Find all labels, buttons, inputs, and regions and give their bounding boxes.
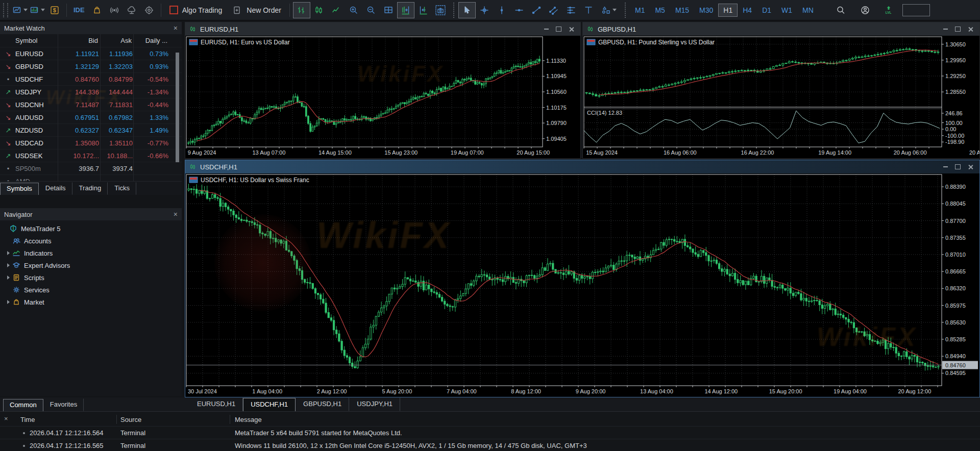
close-icon[interactable]: × bbox=[174, 210, 178, 218]
timeframe-M1[interactable]: M1 bbox=[630, 4, 650, 17]
line-chart-button[interactable] bbox=[328, 2, 345, 18]
trendline-tool-button[interactable] bbox=[528, 2, 545, 18]
chart-canvas-usdchf[interactable]: 0.883900.880450.877000.873550.870100.866… bbox=[185, 173, 979, 397]
vps-button[interactable] bbox=[123, 2, 140, 18]
indicators-button[interactable] bbox=[29, 2, 46, 18]
market-button[interactable] bbox=[88, 2, 106, 18]
crosshair-tool-button[interactable] bbox=[476, 2, 493, 18]
close-icon[interactable]: × bbox=[174, 24, 178, 32]
vertical-line-tool-button[interactable] bbox=[493, 2, 510, 18]
market-watch-row-USDCAD[interactable]: ↘USDCAD1.350801.35110-0.77% bbox=[0, 136, 182, 149]
chart-tab-usdchf-h1[interactable]: USDCHF,H1 bbox=[243, 398, 296, 411]
column-ask[interactable]: Ask bbox=[120, 34, 132, 47]
journal-row[interactable]: 2026.04.17 12:12:16.564TerminalMetaTrade… bbox=[0, 426, 980, 439]
zoom-out-button[interactable] bbox=[362, 2, 380, 18]
timeframe-MN[interactable]: MN bbox=[797, 4, 819, 17]
expand-icon[interactable] bbox=[7, 300, 10, 304]
search-button[interactable] bbox=[832, 2, 849, 18]
tab-trading[interactable]: Trading bbox=[72, 182, 108, 195]
sidebar-item-accounts[interactable]: Accounts bbox=[0, 235, 182, 247]
tile-windows-button[interactable] bbox=[380, 2, 397, 18]
toolbox-tab-favorites[interactable]: Favorites bbox=[43, 398, 84, 411]
expand-icon[interactable] bbox=[7, 275, 10, 280]
chart-window-titlebar[interactable]: USDCHF,H1 bbox=[185, 160, 979, 173]
sidebar-item-indicators[interactable]: Indicators bbox=[0, 247, 182, 259]
shapes-tool-button[interactable] bbox=[597, 2, 621, 18]
sidebar-item-scripts[interactable]: Scripts bbox=[0, 271, 182, 284]
market-watch-header-bar[interactable]: Market Watch × bbox=[0, 22, 182, 34]
timeframe-H4[interactable]: H4 bbox=[738, 4, 757, 17]
minimize-icon[interactable] bbox=[943, 166, 948, 167]
signals-button[interactable] bbox=[106, 2, 123, 18]
account-button[interactable] bbox=[856, 2, 874, 18]
tab-symbols[interactable]: Symbols bbox=[0, 183, 39, 195]
tab-details[interactable]: Details bbox=[39, 182, 72, 195]
column-time[interactable]: Time bbox=[20, 414, 35, 426]
chart-tab-gbpusd-h1[interactable]: GBPUSD,H1 bbox=[296, 397, 349, 411]
scrollbar[interactable] bbox=[176, 53, 179, 162]
zoom-in-button[interactable] bbox=[345, 2, 362, 18]
timeframe-M15[interactable]: M15 bbox=[670, 4, 694, 17]
timeframe-M5[interactable]: M5 bbox=[650, 4, 670, 17]
market-watch-row-SP500m[interactable]: •SP500m3936.73937.4 bbox=[0, 162, 182, 175]
market-watch-row-USDJPY[interactable]: ↗USDJPY144.336144.444-1.34% bbox=[0, 85, 182, 98]
timeframe-W1[interactable]: W1 bbox=[776, 4, 797, 17]
column-bid[interactable]: Bid bbox=[88, 34, 98, 47]
chart-profiles-button[interactable] bbox=[11, 2, 29, 18]
text-tool-button[interactable] bbox=[580, 2, 597, 18]
market-watch-row-USDCHF[interactable]: •USDCHF0.847600.84799-0.54% bbox=[0, 72, 182, 86]
market-watch-row-AUDUSD[interactable]: ↘AUDUSD0.679510.679821.33% bbox=[0, 111, 182, 124]
timeframe-D1[interactable]: D1 bbox=[757, 4, 776, 17]
close-icon[interactable] bbox=[968, 164, 973, 170]
horizontal-line-tool-button[interactable] bbox=[510, 2, 528, 18]
market-watch-row-USDSEK[interactable]: ↗USDSEK10.172...10.188...-0.66% bbox=[0, 149, 182, 162]
close-icon[interactable] bbox=[569, 27, 574, 32]
column-daily[interactable]: Daily ... bbox=[145, 34, 167, 47]
toolbox-tab-common[interactable]: Common bbox=[3, 399, 43, 411]
chart-canvas-eurusd[interactable]: 1.113301.109451.105601.101751.097901.094… bbox=[185, 36, 580, 158]
sidebar-item-market[interactable]: Market bbox=[0, 296, 182, 308]
expand-icon[interactable] bbox=[7, 263, 10, 267]
market-watch-row-USDCNH[interactable]: ↘USDCNH7.114877.11831-0.44% bbox=[0, 98, 182, 111]
channel-tool-button[interactable] bbox=[545, 2, 562, 18]
market-watch-row-EURUSD[interactable]: ↘EURUSD1.119211.119360.73% bbox=[0, 47, 182, 60]
maximize-icon[interactable] bbox=[955, 164, 961, 169]
journal-row[interactable]: 2026.04.17 12:12:16.565TerminalWindows 1… bbox=[0, 439, 980, 451]
level-button[interactable]: LVL bbox=[880, 2, 897, 18]
column-message[interactable]: Message bbox=[235, 414, 262, 426]
chart-tab-usdjpy-h1[interactable]: USDJPY,H1 bbox=[349, 397, 400, 411]
ide-button[interactable]: IDE bbox=[70, 2, 88, 18]
fibonacci-tool-button[interactable] bbox=[562, 2, 580, 18]
tab-ticks[interactable]: Ticks bbox=[108, 182, 136, 195]
navigator-header-bar[interactable]: Navigator × bbox=[0, 208, 182, 220]
maximize-icon[interactable] bbox=[556, 27, 561, 32]
bar-chart-button[interactable] bbox=[293, 2, 310, 18]
algo-trading-button[interactable]: Algo Trading bbox=[164, 3, 228, 18]
timeframe-H1[interactable]: H1 bbox=[718, 4, 738, 17]
sidebar-item-expert-advisors[interactable]: Expert Advisors bbox=[0, 259, 182, 271]
minimize-icon[interactable] bbox=[544, 29, 549, 30]
expand-icon[interactable] bbox=[7, 251, 10, 255]
timeframe-M30[interactable]: M30 bbox=[694, 4, 718, 17]
close-icon[interactable] bbox=[968, 27, 973, 32]
candlestick-chart-button[interactable] bbox=[310, 2, 328, 18]
cursor-tool-button[interactable] bbox=[458, 2, 476, 18]
deposit-button[interactable]: $ bbox=[46, 2, 63, 18]
copy-trading-button[interactable] bbox=[140, 2, 158, 18]
column-symbol[interactable]: Symbol bbox=[15, 34, 37, 47]
sidebar-item-metatrader-5[interactable]: MetaTrader 5 bbox=[0, 222, 182, 235]
chart-tab-eurusd-h1[interactable]: EURUSD,H1 bbox=[189, 397, 243, 411]
new-order-button[interactable]: New Order bbox=[227, 3, 286, 18]
shift-end-button[interactable] bbox=[397, 2, 414, 18]
chart-window-titlebar[interactable]: GBPUSD,H1 bbox=[583, 22, 979, 36]
column-source[interactable]: Source bbox=[120, 414, 141, 426]
chart-canvas-gbpusd[interactable]: 1.306501.299501.292501.28550246.86100.00… bbox=[583, 36, 979, 158]
market-watch-row-GBPUSD[interactable]: ↘GBPUSD1.321291.322030.93% bbox=[0, 60, 182, 73]
maximize-icon[interactable] bbox=[955, 27, 961, 32]
toolbar-grip[interactable] bbox=[3, 3, 8, 17]
auto-scroll-button[interactable] bbox=[414, 2, 432, 18]
toolbar-empty-box[interactable] bbox=[902, 4, 930, 16]
minimize-icon[interactable] bbox=[943, 29, 948, 30]
screenshot-button[interactable] bbox=[432, 2, 449, 18]
market-watch-row-NZDUSD[interactable]: ↗NZDUSD0.623270.623471.49% bbox=[0, 123, 182, 137]
